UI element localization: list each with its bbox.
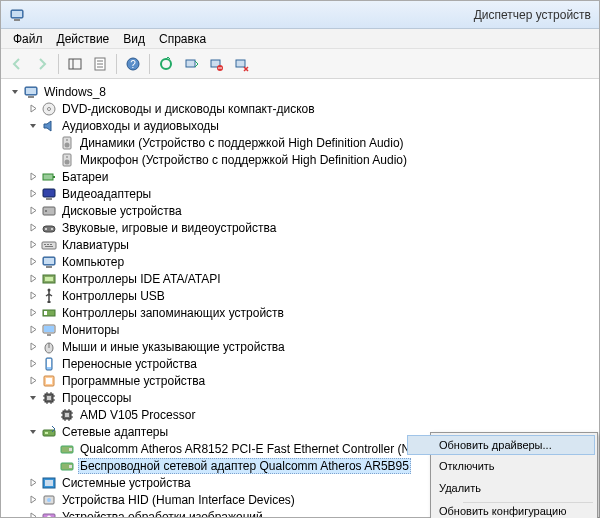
expander-icon[interactable] <box>27 239 39 251</box>
node-dvd[interactable]: DVD-дисководы и дисководы компакт-дисков <box>25 100 599 117</box>
node-label: Мониторы <box>60 323 121 337</box>
expander-icon[interactable] <box>27 120 39 132</box>
disable-button[interactable] <box>229 52 253 76</box>
node-video[interactable]: Видеоадаптеры <box>25 185 599 202</box>
node-game[interactable]: Звуковые, игровые и видеоустройства <box>25 219 599 236</box>
separator <box>463 502 593 503</box>
storage-icon <box>41 305 57 321</box>
node-label: Контроллеры IDE ATA/ATAPI <box>60 272 223 286</box>
node-label: Аудиовходы и аудиовыходы <box>60 119 221 133</box>
ctx-update-driver[interactable]: Обновить драйверы... <box>407 435 595 455</box>
node-software[interactable]: Программные устройства <box>25 372 599 389</box>
computer-icon <box>41 254 57 270</box>
node-label: Переносные устройства <box>60 357 199 371</box>
properties-button[interactable] <box>88 52 112 76</box>
help-button[interactable] <box>121 52 145 76</box>
game-icon <box>41 220 57 236</box>
expander-icon[interactable] <box>27 188 39 200</box>
speaker-icon <box>59 135 75 151</box>
node-label: Компьютер <box>60 255 126 269</box>
node-keyboards[interactable]: Клавиатуры <box>25 236 599 253</box>
audio-icon <box>41 118 57 134</box>
node-label: Клавиатуры <box>60 238 131 252</box>
expander-icon[interactable] <box>27 171 39 183</box>
scan-hardware-button[interactable] <box>179 52 203 76</box>
show-hide-panes-button[interactable] <box>63 52 87 76</box>
node-label: Динамики (Устройство с поддержкой High D… <box>78 136 406 150</box>
node-label: Беспроводной сетевой адаптер Qualcomm At… <box>78 458 411 474</box>
cpu-icon <box>59 407 75 423</box>
node-processors[interactable]: Процессоры <box>25 389 599 406</box>
node-label: Qualcomm Atheros AR8152 PCI-E Fast Ether… <box>78 442 463 456</box>
expander-icon[interactable] <box>27 511 39 518</box>
update-driver-button[interactable] <box>154 52 178 76</box>
node-label: Дисковые устройства <box>60 204 184 218</box>
back-button <box>5 52 29 76</box>
expander-icon[interactable] <box>9 86 21 98</box>
node-ide[interactable]: Контроллеры IDE ATA/ATAPI <box>25 270 599 287</box>
cpu-icon <box>41 390 57 406</box>
battery-icon <box>41 169 57 185</box>
toolbar <box>1 49 599 79</box>
node-portable[interactable]: Переносные устройства <box>25 355 599 372</box>
node-label: Сетевые адаптеры <box>60 425 170 439</box>
system-icon <box>41 475 57 491</box>
expander-icon[interactable] <box>27 205 39 217</box>
menu-action[interactable]: Действие <box>51 30 116 48</box>
menubar: Файл Действие Вид Справка <box>1 29 599 49</box>
node-disk[interactable]: Дисковые устройства <box>25 202 599 219</box>
uninstall-button[interactable] <box>204 52 228 76</box>
display-icon <box>41 186 57 202</box>
node-label: Звуковые, игровые и видеоустройства <box>60 221 278 235</box>
expander-icon[interactable] <box>27 494 39 506</box>
node-label: Контроллеры USB <box>60 289 167 303</box>
expander-icon[interactable] <box>27 392 39 404</box>
expander-icon[interactable] <box>27 273 39 285</box>
node-label: Батареи <box>60 170 110 184</box>
hid-icon <box>41 492 57 508</box>
node-audio-speakers[interactable]: Динамики (Устройство с поддержкой High D… <box>43 134 599 151</box>
expander-icon[interactable] <box>27 307 39 319</box>
expander-icon[interactable] <box>27 256 39 268</box>
node-batteries[interactable]: Батареи <box>25 168 599 185</box>
titlebar: Диспетчер устройств <box>1 1 599 29</box>
expander-icon[interactable] <box>27 341 39 353</box>
expander-icon[interactable] <box>27 358 39 370</box>
expander-icon[interactable] <box>27 477 39 489</box>
expander-icon[interactable] <box>27 426 39 438</box>
expander-icon[interactable] <box>27 290 39 302</box>
root-label: Windows_8 <box>42 85 108 99</box>
node-label: Устройства HID (Human Interface Devices) <box>60 493 297 507</box>
computer-icon <box>23 84 39 100</box>
network-icon <box>41 424 57 440</box>
node-usb[interactable]: Контроллеры USB <box>25 287 599 304</box>
keyboard-icon <box>41 237 57 253</box>
portable-icon <box>41 356 57 372</box>
menu-help[interactable]: Справка <box>153 30 212 48</box>
expander-icon[interactable] <box>27 324 39 336</box>
node-monitors[interactable]: Мониторы <box>25 321 599 338</box>
expander-icon[interactable] <box>27 375 39 387</box>
node-storage[interactable]: Контроллеры запоминающих устройств <box>25 304 599 321</box>
ctx-uninstall[interactable]: Удалить <box>407 477 595 499</box>
disk-icon <box>41 203 57 219</box>
node-cpu0[interactable]: AMD V105 Processor <box>43 406 599 423</box>
usb-icon <box>41 288 57 304</box>
ctx-scan-hardware[interactable]: Обновить конфигурацию оборудования <box>407 506 595 518</box>
node-label: Программные устройства <box>60 374 207 388</box>
imaging-icon <box>41 509 57 518</box>
node-label: Видеоадаптеры <box>60 187 153 201</box>
node-computer[interactable]: Компьютер <box>25 253 599 270</box>
node-audio-mic[interactable]: Микрофон (Устройство с поддержкой High D… <box>43 151 599 168</box>
node-audio[interactable]: Аудиовходы и аудиовыходы <box>25 117 599 134</box>
ctx-disable[interactable]: Отключить <box>407 455 595 477</box>
expander-icon[interactable] <box>27 103 39 115</box>
app-icon <box>9 7 25 23</box>
menu-view[interactable]: Вид <box>117 30 151 48</box>
menu-file[interactable]: Файл <box>7 30 49 48</box>
expander-icon[interactable] <box>27 222 39 234</box>
ide-icon <box>41 271 57 287</box>
tree-root[interactable]: Windows_8 <box>7 83 599 100</box>
node-mice[interactable]: Мыши и иные указывающие устройства <box>25 338 599 355</box>
mouse-icon <box>41 339 57 355</box>
